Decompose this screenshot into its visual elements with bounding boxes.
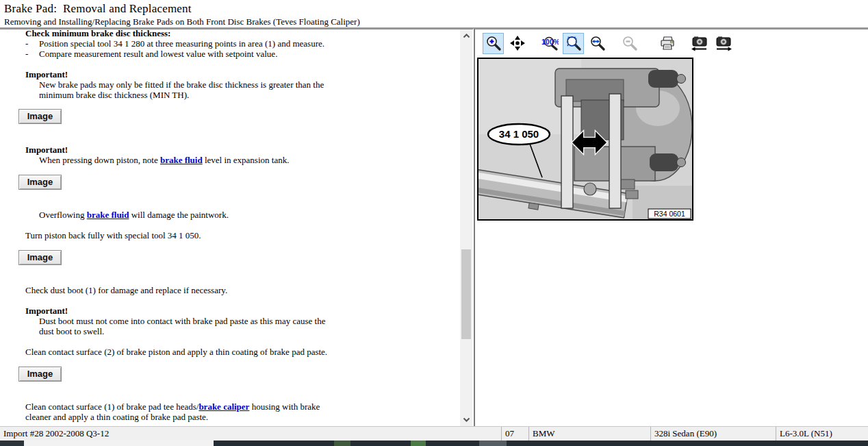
article-pane: Check minimum brake disc thickness: - Po… — [0, 29, 473, 426]
status-model: 328i Sedan (E90) — [650, 427, 776, 441]
print-icon — [659, 35, 676, 51]
important-label: Important! — [25, 69, 473, 79]
text: When pressing down piston, note — [39, 155, 160, 165]
scrollbar-thumb[interactable] — [461, 249, 471, 339]
page-title: Brake Pad: Removal and Replacement — [4, 2, 868, 16]
next-image-button[interactable] — [713, 33, 734, 54]
paragraph-clean-caliper: Clean contact surface (1) of brake pad t… — [25, 401, 330, 422]
image-button[interactable]: Image — [18, 109, 62, 124]
page-subtitle: Removing and Installing/Replacing Brake … — [4, 16, 868, 27]
list-item-text: Compare measurement result and lowest va… — [39, 49, 277, 59]
zoom-fit-icon — [565, 35, 582, 51]
list-item: - Compare measurement result and lowest … — [25, 49, 473, 59]
important-label: Important! — [25, 306, 473, 316]
important-body: When pressing down piston, note brake fl… — [39, 155, 336, 165]
main-area: Check minimum brake disc thickness: - Po… — [0, 29, 868, 426]
brake-fluid-link[interactable]: brake fluid — [87, 210, 129, 220]
next-image-icon — [715, 35, 732, 51]
zoom-width-icon — [589, 35, 606, 51]
list-item-text: Position special tool 34 1 280 at three … — [39, 38, 324, 49]
status-year-code: 07 — [501, 427, 528, 441]
figure-pane: 100% — [475, 29, 868, 426]
prev-image-icon — [691, 35, 709, 51]
paragraph-turn-piston: Turn piston back fully with special tool… — [25, 230, 337, 240]
text: Clean contact surface (1) of brake pad t… — [25, 401, 199, 412]
zoom-in-icon — [485, 35, 502, 51]
important-block: Important! Dust boot must not come into … — [25, 306, 473, 336]
text: will damage the paintwork. — [129, 210, 229, 220]
vertical-scrollbar[interactable] — [460, 29, 472, 426]
status-make: BMW — [528, 427, 650, 441]
article-content: Check minimum brake disc thickness: - Po… — [0, 29, 473, 422]
zoom-width-button[interactable] — [587, 33, 608, 54]
paragraph-dust-boot: Check dust boot (1) for damage and repla… — [25, 285, 337, 295]
figure-toolbar: 100% — [475, 29, 868, 57]
text: level in expansion tank. — [203, 155, 290, 165]
section-heading: Check minimum brake disc thickness: — [25, 29, 473, 38]
svg-text:100%: 100% — [541, 38, 559, 46]
status-bar: Import #28 2002-2008 Q3-12 07 BMW 328i S… — [0, 426, 868, 441]
zoom-out-button — [619, 33, 640, 54]
important-block: Important! New brake pads may only be fi… — [25, 69, 473, 100]
taskbar-strip[interactable] — [0, 441, 868, 446]
zoom-fit-button[interactable] — [563, 33, 584, 54]
zoom-100-icon: 100% — [541, 35, 559, 51]
zoom-out-icon — [622, 35, 638, 51]
brake-fluid-link[interactable]: brake fluid — [160, 155, 203, 165]
image-button[interactable]: Image — [18, 367, 62, 382]
image-button[interactable]: Image — [18, 250, 62, 265]
prev-image-button[interactable] — [689, 33, 710, 54]
image-button[interactable]: Image — [18, 175, 62, 190]
status-engine: L6-3.0L (N51) — [776, 427, 868, 441]
important-block: Important! When pressing down piston, no… — [25, 145, 473, 165]
print-button[interactable] — [656, 33, 678, 54]
scroll-up-arrow-icon[interactable] — [460, 30, 472, 42]
paragraph-overflow: Overflowing brake fluid will damage the … — [39, 210, 336, 220]
important-body: Dust boot must not come into contact wit… — [39, 316, 336, 336]
tool-number-text: 34 1 050 — [499, 128, 539, 140]
text: Overflowing — [39, 210, 87, 220]
zoom-in-button[interactable] — [483, 33, 504, 54]
figure-image[interactable]: 34 1 050 R34 0601 — [477, 58, 693, 221]
pan-icon — [509, 35, 526, 51]
important-label: Important! — [25, 145, 473, 155]
document-header: Brake Pad: Removal and Replacement Remov… — [0, 0, 868, 29]
status-import-info: Import #28 2002-2008 Q3-12 — [0, 427, 501, 441]
pan-button[interactable] — [507, 33, 528, 54]
list-item: - Position special tool 34 1 280 at thre… — [25, 38, 473, 49]
brake-caliper-link[interactable]: brake caliper — [199, 401, 249, 412]
paragraph-clean-piston: Clean contact surface (2) of brake pisto… — [25, 347, 337, 357]
bullet-marker: - — [25, 49, 39, 59]
figure-ref-text: R34 0601 — [654, 210, 685, 218]
important-body: New brake pads may only be fitted if the… — [39, 79, 336, 100]
bullet-marker: - — [25, 38, 39, 49]
scroll-down-arrow-icon[interactable] — [460, 414, 472, 425]
brake-caliper-photo: 34 1 050 R34 0601 — [478, 59, 692, 219]
zoom-100-button[interactable]: 100% — [539, 33, 560, 54]
